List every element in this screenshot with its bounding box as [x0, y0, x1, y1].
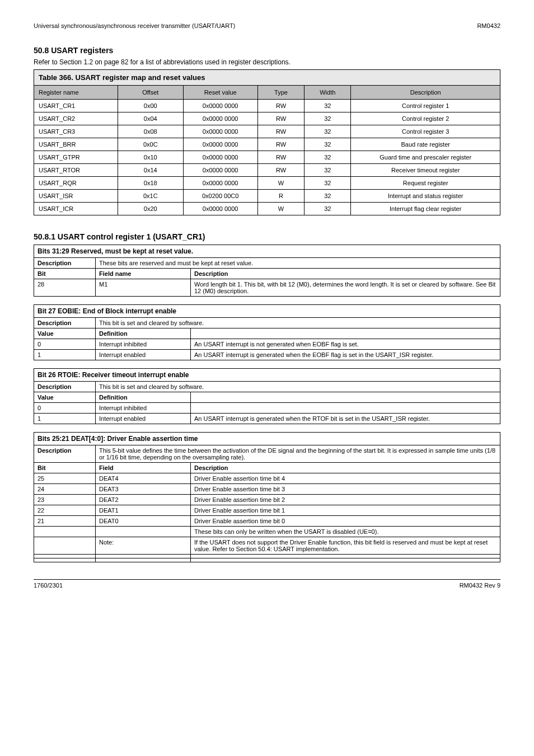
description-label: Description [34, 318, 96, 328]
table-cell: W [257, 203, 304, 215]
bits-cell: Driver Enable assertion time bit 2 [191, 495, 500, 505]
table-cell: 0x18 [118, 177, 183, 190]
col-header: Register name [34, 86, 118, 100]
table-cell: 32 [305, 164, 351, 177]
table-cell: Baud rate register [351, 138, 500, 151]
bits-cell: Driver Enable assertion time bit 4 [191, 473, 500, 484]
table-cell: 0x0200 00C0 [183, 190, 257, 203]
bits-cell: 0 [34, 403, 96, 414]
table-cell: 0x08 [118, 125, 183, 138]
table-cell: RW [257, 138, 304, 151]
table-cell: 32 [305, 177, 351, 190]
bits-cell: DEAT2 [96, 495, 191, 505]
table-cell: USART_CR1 [34, 100, 118, 112]
table-row: USART_CR20x040x0000 0000RW32Control regi… [34, 112, 500, 125]
bits-row: 0Interrupt inhibited [34, 403, 500, 414]
table-row: USART_BRR0x0C0x0000 0000RW32Baud rate re… [34, 138, 500, 151]
footer-right: RM0432 Rev 9 [460, 582, 500, 589]
bits-cell: 21 [34, 516, 96, 527]
subsection-title: 50.8.1 USART control register 1 (USART_C… [34, 232, 500, 241]
table-row: USART_ISR0x1C0x0200 00C0R32Interrupt and… [34, 190, 500, 203]
description-text: This bit is set and cleared by software. [96, 382, 500, 392]
register-title: Bit 26 RTOIE: Receiver timeout interrupt… [34, 369, 500, 382]
table-cell: 0x0000 0000 [183, 203, 257, 215]
table-cell: Interrupt flag clear register [351, 203, 500, 215]
bits-cell: Interrupt inhibited [96, 403, 191, 414]
bits-cell: M1 [96, 279, 191, 297]
table-cell: 0x00 [118, 100, 183, 112]
table-cell: USART_CR2 [34, 112, 118, 125]
table-cell: RW [257, 164, 304, 177]
bits-row: These bits can only be written when the … [34, 527, 500, 537]
bits-cell: 0 [34, 339, 96, 350]
table-cell: 0x0000 0000 [183, 164, 257, 177]
bits-header-cell: Bit [34, 463, 96, 473]
bits-cell [34, 527, 96, 537]
table-cell: USART_ICR [34, 203, 118, 215]
table-cell: 0x0C [118, 138, 183, 151]
col-header: Reset value [183, 86, 257, 100]
table-number: Table 366. [39, 73, 73, 82]
table-cell: R [257, 190, 304, 203]
table-cell: 0x0000 0000 [183, 100, 257, 112]
table-cell: RW [257, 125, 304, 138]
table-row: USART_RQR0x180x0000 0000W32Request regis… [34, 177, 500, 190]
bits-cell: 1 [34, 414, 96, 424]
table-cell: 0x10 [118, 151, 183, 164]
bits-cell: An USART interrupt is not generated when… [191, 339, 500, 350]
header-left: Universal synchronous/asynchronous recei… [34, 22, 235, 29]
bits-row [34, 558, 500, 562]
table-cell: Control register 3 [351, 125, 500, 138]
bits-header-cell [191, 392, 500, 403]
bits-row: 28M1Word length bit 1. This bit, with bi… [34, 279, 500, 297]
table-cell: 0x04 [118, 112, 183, 125]
description-text: This 5-bit value defines the time betwee… [96, 445, 500, 463]
bits-cell: Interrupt inhibited [96, 339, 191, 350]
bits-row: 1Interrupt enabledAn USART interrupt is … [34, 350, 500, 360]
bits-row [34, 555, 500, 558]
bits-cell: Interrupt enabled [96, 414, 191, 424]
col-header: Width [305, 86, 351, 100]
bits-header-cell: Value [34, 392, 96, 403]
description-text: This bit is set and cleared by software. [96, 318, 500, 328]
table-cell: Interrupt and status register [351, 190, 500, 203]
table-cell: 0x14 [118, 164, 183, 177]
bits-row: 25DEAT4Driver Enable assertion time bit … [34, 473, 500, 484]
table-cell: 0x1C [118, 190, 183, 203]
bits-header-cell: Definition [96, 392, 191, 403]
table-cell: 0x0000 0000 [183, 151, 257, 164]
bits-cell [96, 558, 191, 562]
bits-cell: DEAT1 [96, 505, 191, 516]
bits-cell: 23 [34, 495, 96, 505]
page-title: 50.8 USART registers [34, 46, 500, 55]
table-row: USART_CR10x000x0000 0000RW32Control regi… [34, 100, 500, 112]
bits-cell: 22 [34, 505, 96, 516]
bits-cell: An USART interrupt is generated when the… [191, 350, 500, 360]
bits-cell [34, 537, 96, 555]
table-row: USART_CR30x080x0000 0000RW32Control regi… [34, 125, 500, 138]
table-cell: Guard time and prescaler register [351, 151, 500, 164]
register-title: Bit 27 EOBIE: End of Block interrupt ena… [34, 305, 500, 318]
bits-header-cell: Field [96, 463, 191, 473]
bits-cell: If the USART does not support the Driver… [191, 537, 500, 555]
bits-cell: DEAT3 [96, 484, 191, 495]
table-cell: USART_GTPR [34, 151, 118, 164]
description-label: Description [34, 258, 96, 269]
description-label: Description [34, 445, 96, 463]
bits-header-cell [191, 328, 500, 339]
table-cell: USART_RTOR [34, 164, 118, 177]
bits-cell: 1 [34, 350, 96, 360]
table-cell: Control register 2 [351, 112, 500, 125]
bits-cell: These bits can only be written when the … [191, 527, 500, 537]
register-title: Bits 31:29 Reserved, must be kept at res… [34, 245, 500, 258]
bits-row: 0Interrupt inhibitedAn USART interrupt i… [34, 339, 500, 350]
table-cell: 0x20 [118, 203, 183, 215]
table-header-row: Register name Offset Reset value Type Wi… [34, 86, 500, 100]
bits-cell: 28 [34, 279, 96, 297]
table-cell: 32 [305, 125, 351, 138]
bits-row: 23DEAT2Driver Enable assertion time bit … [34, 495, 500, 505]
register-block: Bits 25:21 DEAT[4:0]: Driver Enable asse… [34, 432, 500, 562]
table-cell: 0x0000 0000 [183, 177, 257, 190]
table-cell: USART_ISR [34, 190, 118, 203]
table-row: USART_RTOR0x140x0000 0000RW32Receiver ti… [34, 164, 500, 177]
